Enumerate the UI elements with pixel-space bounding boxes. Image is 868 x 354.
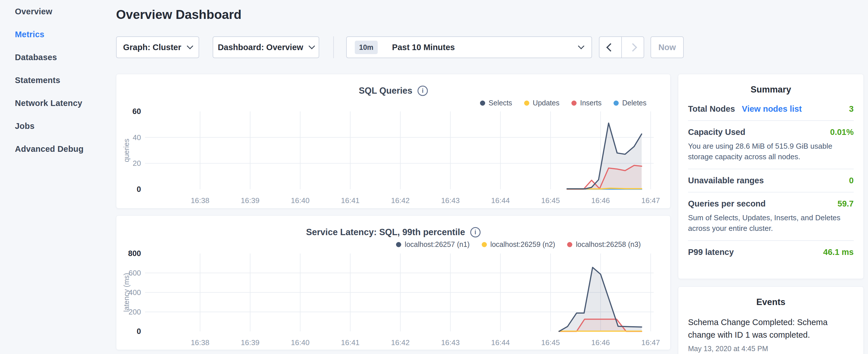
svg-text:0: 0: [137, 327, 141, 336]
svg-text:16:46: 16:46: [591, 196, 610, 205]
events-panel: Events Schema Change Completed: Schema c…: [678, 286, 864, 354]
event-text[interactable]: Schema Change Completed: Schema change w…: [688, 316, 854, 341]
legend-dot-icon: [571, 100, 577, 106]
legend-label: Updates: [533, 99, 559, 107]
legend-item-localhost-26258-n3[interactable]: localhost:26258 (n3): [567, 240, 641, 249]
svg-text:16:38: 16:38: [191, 196, 210, 205]
chart-legend: SelectsUpdatesInsertsDeletes: [480, 99, 647, 107]
legend-item-localhost-26257-n1[interactable]: localhost:26257 (n1): [396, 240, 470, 249]
sidebar-item-advanced-debug[interactable]: Advanced Debug: [0, 137, 115, 160]
graph-dropdown-label: Graph: Cluster: [123, 43, 181, 52]
legend-dot-icon: [524, 100, 529, 106]
y-axis-label: queries: [122, 139, 130, 162]
summary-row-label: Capacity Used: [688, 127, 745, 137]
svg-text:16:47: 16:47: [641, 338, 660, 347]
svg-text:16:41: 16:41: [341, 338, 360, 347]
svg-text:16:46: 16:46: [591, 338, 610, 347]
sidebar-item-metrics[interactable]: Metrics: [0, 23, 115, 46]
summary-row-label: P99 latency: [688, 248, 734, 257]
sql-queries-card: 16:3816:3916:4016:4116:4216:4316:4416:45…: [116, 74, 671, 208]
chevron-left-icon: [606, 43, 615, 52]
summary-rows: Total NodesView nodes list3Capacity Used…: [688, 98, 854, 263]
time-range-badge: 10m: [355, 41, 378, 54]
summary-row-value: 0.01%: [830, 127, 854, 137]
time-range-label: Past 10 Minutes: [392, 43, 572, 52]
legend-item-selects[interactable]: Selects: [480, 99, 512, 107]
summary-row-description: You are using 28.6 MiB of 515.9 GiB usab…: [688, 141, 854, 162]
summary-row-label: Queries per second: [688, 199, 766, 208]
sidebar-item-jobs[interactable]: Jobs: [0, 115, 115, 137]
chart-legend: localhost:26257 (n1)localhost:26259 (n2)…: [396, 240, 641, 249]
legend-dot-icon: [482, 242, 487, 247]
overview-dashboard-screen: OverviewMetricsDatabasesStatementsNetwor…: [0, 0, 868, 354]
svg-text:40: 40: [133, 133, 141, 142]
legend-item-localhost-26259-n2[interactable]: localhost:26259 (n2): [482, 240, 555, 249]
summary-row-label: Total Nodes: [688, 104, 735, 114]
next-timespan-button[interactable]: [621, 37, 644, 58]
legend-dot-icon: [396, 242, 401, 247]
axis-ticks: 16:3816:3916:4016:4116:4216:4316:4416:45…: [132, 107, 660, 205]
legend-dot-icon: [480, 100, 485, 106]
graph-dropdown[interactable]: Graph: Cluster: [116, 36, 199, 58]
events-title: Events: [688, 297, 854, 307]
chart-title-row: SQL Queries i: [116, 86, 670, 96]
svg-text:16:38: 16:38: [191, 338, 210, 347]
legend-label: Deletes: [622, 99, 647, 107]
legend-item-deletes[interactable]: Deletes: [614, 99, 647, 107]
dashboard-dropdown[interactable]: Dashboard: Overview: [213, 36, 319, 58]
series: [567, 123, 642, 189]
toolbar-divider: [333, 36, 334, 58]
events-list: Schema Change Completed: Schema change w…: [688, 316, 854, 353]
chart-title-row: Service Latency: SQL, 99th percentile i: [116, 227, 670, 237]
sidebar-nav: OverviewMetricsDatabasesStatementsNetwor…: [0, 0, 115, 354]
svg-text:16:42: 16:42: [391, 196, 409, 205]
summary-panel: Summary Total NodesView nodes list3Capac…: [678, 74, 864, 279]
chevron-down-icon: [578, 43, 585, 49]
svg-text:200: 200: [129, 308, 141, 316]
page-title: Overview Dashboard: [116, 7, 242, 22]
legend-label: localhost:26259 (n2): [490, 240, 555, 249]
info-icon[interactable]: i: [417, 86, 428, 96]
time-pager: [599, 36, 644, 58]
time-range-dropdown[interactable]: 10m Past 10 Minutes: [346, 36, 592, 58]
summary-row-queries-per-second: Queries per second59.7Sum of Selects, Up…: [688, 192, 854, 240]
dashboard-dropdown-label: Dashboard: Overview: [218, 43, 303, 52]
svg-text:16:39: 16:39: [241, 338, 259, 347]
sidebar-item-overview[interactable]: Overview: [0, 0, 115, 23]
summary-row-value: 3: [849, 104, 854, 114]
svg-text:400: 400: [129, 288, 141, 297]
now-button[interactable]: Now: [651, 36, 684, 58]
chevron-down-icon: [309, 43, 315, 49]
svg-text:600: 600: [129, 269, 141, 277]
summary-row-capacity-used: Capacity Used0.01%You are using 28.6 MiB…: [688, 120, 854, 169]
sidebar-item-databases[interactable]: Databases: [0, 46, 115, 69]
gridlines: [145, 111, 654, 189]
info-icon[interactable]: i: [470, 227, 480, 237]
legend-dot-icon: [567, 242, 572, 247]
view-nodes-list-link[interactable]: View nodes list: [742, 104, 802, 114]
sidebar-item-statements[interactable]: Statements: [0, 69, 115, 92]
series: [559, 267, 642, 331]
sidebar-item-network-latency[interactable]: Network Latency: [0, 92, 115, 115]
svg-text:16:40: 16:40: [291, 196, 309, 205]
summary-title: Summary: [688, 85, 854, 95]
summary-row-unavailable-ranges: Unavailable ranges0: [688, 169, 854, 192]
svg-text:16:43: 16:43: [441, 196, 460, 205]
legend-label: Inserts: [580, 99, 601, 107]
legend-item-inserts[interactable]: Inserts: [571, 99, 601, 107]
summary-row-description: Sum of Selects, Updates, Inserts, and De…: [688, 213, 854, 234]
chart-title: SQL Queries: [359, 86, 412, 96]
legend-dot-icon: [614, 100, 619, 106]
svg-text:16:47: 16:47: [641, 196, 660, 205]
svg-text:16:39: 16:39: [241, 196, 259, 205]
svg-text:16:40: 16:40: [291, 338, 309, 347]
summary-row-value: 0: [849, 176, 854, 185]
summary-row-value: 59.7: [838, 199, 854, 208]
legend-label: localhost:26257 (n1): [405, 240, 470, 249]
legend-label: localhost:26258 (n3): [576, 240, 641, 249]
event-timestamp: May 13, 2020 at 4:45 PM: [688, 345, 854, 353]
legend-item-updates[interactable]: Updates: [524, 99, 559, 107]
svg-text:0: 0: [137, 185, 141, 194]
svg-text:20: 20: [133, 159, 141, 167]
previous-timespan-button[interactable]: [599, 37, 621, 58]
